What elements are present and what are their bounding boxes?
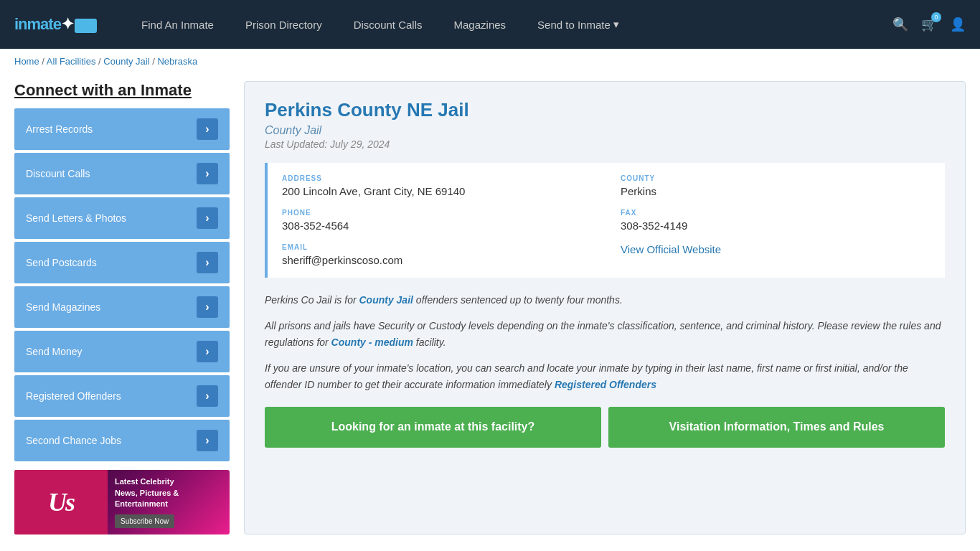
arrow-icon: › bbox=[197, 385, 218, 407]
county-medium-link[interactable]: County - medium bbox=[331, 336, 413, 348]
nav-prison-directory[interactable]: Prison Directory bbox=[230, 0, 338, 49]
connect-title: Connect with an Inmate bbox=[14, 81, 230, 100]
desc-paragraph-3: If you are unsure of your inmate's locat… bbox=[265, 360, 945, 392]
arrow-icon: › bbox=[197, 430, 218, 451]
sidebar-item-send-letters[interactable]: Send Letters & Photos › bbox=[14, 197, 230, 239]
fax-label: FAX bbox=[621, 209, 930, 217]
arrow-icon: › bbox=[197, 118, 218, 140]
fax-value: 308-352-4149 bbox=[621, 220, 930, 232]
search-icon[interactable]: 🔍 bbox=[892, 17, 908, 32]
sidebar-item-send-postcards[interactable]: Send Postcards › bbox=[14, 242, 230, 283]
breadcrumb-county-jail[interactable]: County Jail bbox=[103, 56, 149, 67]
nav-discount-calls[interactable]: Discount Calls bbox=[338, 0, 438, 49]
ad-banner-image: Us bbox=[14, 470, 108, 534]
sidebar-menu: Arrest Records › Discount Calls › Send L… bbox=[14, 108, 230, 461]
registered-offenders-link[interactable]: Registered Offenders bbox=[555, 379, 656, 390]
arrow-icon: › bbox=[197, 252, 218, 273]
content-area: Perkins County NE Jail County Jail Last … bbox=[244, 81, 966, 534]
breadcrumb-state[interactable]: Nebraska bbox=[157, 56, 197, 67]
fax-section: FAX 308-352-4149 bbox=[621, 209, 930, 232]
phone-value: 308-352-4564 bbox=[282, 220, 592, 232]
facility-description: Perkins Co Jail is for County Jail offen… bbox=[265, 292, 945, 392]
user-icon[interactable]: 👤 bbox=[950, 17, 966, 32]
main-nav: Find An Inmate Prison Directory Discount… bbox=[126, 0, 892, 49]
bottom-buttons: Looking for an inmate at this facility? … bbox=[265, 407, 945, 448]
breadcrumb-all-facilities[interactable]: All Facilities bbox=[47, 56, 96, 67]
sidebar-item-label: Send Postcards bbox=[26, 257, 97, 268]
sidebar-item-label: Send Magazines bbox=[26, 301, 100, 313]
email-label: EMAIL bbox=[282, 243, 592, 251]
visitation-information-button[interactable]: Visitation Information, Times and Rules bbox=[608, 407, 945, 448]
desc1-post: offenders sentenced up to twenty four mo… bbox=[413, 294, 623, 306]
looking-for-inmate-button[interactable]: Looking for an inmate at this facility? bbox=[265, 407, 601, 448]
cart-badge: 0 bbox=[931, 12, 941, 22]
last-updated: Last Updated: July 29, 2024 bbox=[265, 138, 945, 150]
sidebar-item-label: Send Letters & Photos bbox=[26, 212, 126, 224]
cart-icon[interactable]: 🛒 0 bbox=[921, 17, 937, 32]
arrow-icon: › bbox=[197, 341, 218, 362]
website-link[interactable]: View Official Website bbox=[621, 243, 721, 255]
phone-section: PHONE 308-352-4564 bbox=[282, 209, 592, 232]
breadcrumb: Home / All Facilities / County Jail / Ne… bbox=[0, 49, 980, 74]
logo[interactable]: inmate✦AID bbox=[14, 15, 97, 34]
sidebar-item-label: Discount Calls bbox=[26, 168, 90, 179]
sidebar-item-label: Arrest Records bbox=[26, 123, 93, 135]
arrow-icon: › bbox=[197, 163, 218, 184]
nav-find-inmate[interactable]: Find An Inmate bbox=[126, 0, 230, 49]
sidebar: Connect with an Inmate Arrest Records › … bbox=[14, 81, 230, 534]
email-value: sheriff@perkinscoso.com bbox=[282, 254, 592, 266]
ad-banner-content: Latest Celebrity News, Pictures & Entert… bbox=[108, 471, 230, 533]
website-section: View Official Website bbox=[621, 243, 930, 266]
address-value: 200 Lincoln Ave, Grant City, NE 69140 bbox=[282, 185, 592, 197]
logo-text: inmate✦AID bbox=[14, 15, 97, 34]
sidebar-item-send-money[interactable]: Send Money › bbox=[14, 331, 230, 372]
header-icons: 🔍 🛒 0 👤 bbox=[892, 17, 966, 32]
breadcrumb-home[interactable]: Home bbox=[14, 56, 39, 67]
nav-magazines[interactable]: Magazines bbox=[438, 0, 522, 49]
sidebar-item-label: Send Money bbox=[26, 346, 83, 357]
county-section: COUNTY Perkins bbox=[621, 174, 930, 197]
desc2-post: facility. bbox=[413, 336, 446, 348]
desc-paragraph-1: Perkins Co Jail is for County Jail offen… bbox=[265, 292, 945, 308]
facility-title: Perkins County NE Jail bbox=[265, 99, 945, 121]
sidebar-item-send-magazines[interactable]: Send Magazines › bbox=[14, 286, 230, 328]
sidebar-item-arrest-records[interactable]: Arrest Records › bbox=[14, 108, 230, 150]
county-jail-link[interactable]: County Jail bbox=[359, 294, 413, 306]
ad-banner[interactable]: Us Latest Celebrity News, Pictures & Ent… bbox=[14, 470, 230, 534]
email-section: EMAIL sheriff@perkinscoso.com bbox=[282, 243, 592, 266]
sidebar-item-registered-offenders[interactable]: Registered Offenders › bbox=[14, 375, 230, 417]
nav-send-to-inmate[interactable]: Send to Inmate ▾ bbox=[522, 0, 635, 49]
address-label: ADDRESS bbox=[282, 174, 592, 182]
phone-label: PHONE bbox=[282, 209, 592, 217]
sidebar-item-discount-calls[interactable]: Discount Calls › bbox=[14, 153, 230, 194]
sidebar-item-second-chance-jobs[interactable]: Second Chance Jobs › bbox=[14, 420, 230, 461]
sidebar-item-label: Second Chance Jobs bbox=[26, 435, 121, 446]
address-section: ADDRESS 200 Lincoln Ave, Grant City, NE … bbox=[282, 174, 592, 197]
desc1-pre: Perkins Co Jail is for bbox=[265, 294, 359, 306]
main-content: Connect with an Inmate Arrest Records › … bbox=[0, 74, 980, 549]
us-magazine-logo: Us bbox=[48, 487, 74, 517]
sidebar-item-label: Registered Offenders bbox=[26, 390, 121, 402]
county-label: COUNTY bbox=[621, 174, 930, 182]
arrow-icon: › bbox=[197, 296, 218, 318]
header: inmate✦AID Find An Inmate Prison Directo… bbox=[0, 0, 980, 49]
info-block: ADDRESS 200 Lincoln Ave, Grant City, NE … bbox=[265, 163, 945, 278]
desc-paragraph-2: All prisons and jails have Security or C… bbox=[265, 318, 945, 350]
county-value: Perkins bbox=[621, 185, 930, 197]
arrow-icon: › bbox=[197, 207, 218, 229]
ad-text: Latest Celebrity News, Pictures & Entert… bbox=[115, 476, 222, 509]
subscribe-button[interactable]: Subscribe Now bbox=[115, 514, 174, 528]
facility-type: County Jail bbox=[265, 124, 945, 137]
